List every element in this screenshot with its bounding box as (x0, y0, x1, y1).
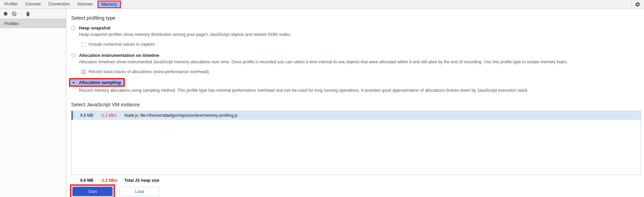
heap-totals-row: 6.6 MB ↑1.2 kB/s Total JS heap size (71, 178, 644, 183)
checkbox-record-stack-traces[interactable] (81, 70, 86, 74)
option-heap-snapshot[interactable]: Heap snapshot (71, 25, 644, 30)
start-button[interactable]: Start (72, 187, 112, 196)
tabbar-separator (631, 2, 632, 7)
vm-instance-list: 6.6 MB ↑1.2 kB/s Node.js: file:///home/r… (71, 111, 641, 175)
record-stack-traces-option[interactable]: Record stack traces of allocations (extr… (81, 69, 644, 74)
option-allocation-sampling[interactable]: Allocation sampling (69, 78, 125, 87)
include-numerical-values-option[interactable]: Include numerical values in capture (81, 42, 644, 47)
vm-heap-rate: ↑1.2 kB/s (100, 113, 120, 118)
sidebar-item-profiles[interactable]: Profiles (0, 19, 66, 28)
radio-heap-snapshot[interactable] (71, 26, 76, 30)
settings-button[interactable] (635, 2, 640, 7)
tab-memory[interactable]: Memory (98, 1, 121, 8)
block-icon[interactable] (12, 12, 17, 16)
devtools-tabbar: Profiler Console Connection Sources Memo… (0, 0, 644, 9)
gear-icon (635, 2, 640, 7)
allocation-timeline-description: Allocation timelines show instrumented J… (79, 60, 644, 64)
heap-snapshot-label: Heap snapshot (79, 25, 110, 30)
start-button-annotation: Start (70, 184, 115, 197)
radio-allocation-sampling[interactable] (71, 80, 76, 85)
trash-icon[interactable] (26, 12, 30, 16)
allocation-sampling-label: Allocation sampling (79, 80, 121, 85)
heap-snapshot-description: Heap snapshot profiles show memory distr… (79, 32, 644, 37)
toolbar-separator (21, 11, 21, 16)
total-heap-rate: ↑1.2 kB/s (100, 178, 120, 183)
vm-instance-heading: Select JavaScript VM instance (71, 102, 644, 107)
tab-connection[interactable]: Connection (44, 0, 73, 8)
include-numerical-values-label: Include numerical values in capture (88, 42, 155, 47)
memory-panel: Select profiling type Heap snapshot Heap… (66, 9, 644, 197)
option-allocation-timeline[interactable]: Allocation instrumentation on timeline (71, 53, 644, 58)
allocation-sampling-description: Record memory allocations using sampling… (79, 88, 644, 93)
total-heap-label: Total JS heap size (124, 178, 159, 183)
total-heap-size: 6.6 MB (80, 178, 95, 183)
tab-sources[interactable]: Sources (74, 0, 97, 8)
record-icon[interactable] (4, 12, 7, 16)
vm-heap-size: 6.6 MB (80, 113, 95, 118)
tab-profiler[interactable]: Profiler (1, 0, 22, 8)
allocation-timeline-label: Allocation instrumentation on timeline (79, 53, 159, 58)
profiles-toolbar (0, 9, 66, 19)
checkbox-include-numerical-values[interactable] (81, 42, 86, 47)
actions-row: Start Load (71, 184, 644, 197)
vm-instance-name: Node.js: file:///home/rafaelgss/repos/os… (124, 113, 238, 118)
tab-console[interactable]: Console (22, 0, 45, 8)
radio-allocation-timeline[interactable] (71, 53, 76, 58)
profiles-sidebar: Profiles (0, 9, 66, 197)
load-button[interactable]: Load (119, 187, 160, 196)
profiling-type-heading: Select profiling type (71, 9, 644, 21)
profiles-label: Profiles (4, 21, 19, 26)
record-stack-traces-label: Record stack traces of allocations (extr… (88, 69, 209, 74)
vm-instance-row[interactable]: 6.6 MB ↑1.2 kB/s Node.js: file:///home/r… (71, 111, 641, 120)
app-body: Profiles Select profiling type Heap snap… (0, 9, 644, 197)
